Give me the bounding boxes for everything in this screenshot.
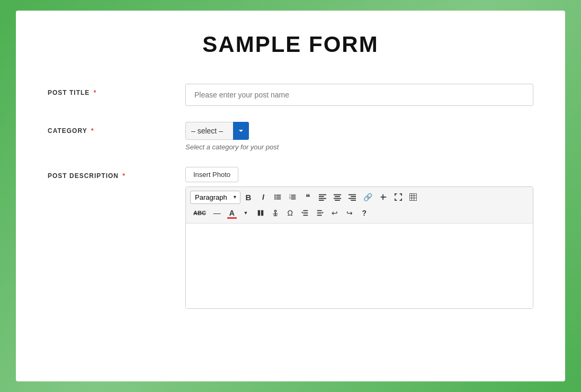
editor-content[interactable] (186, 224, 533, 308)
unordered-list-icon (274, 193, 282, 201)
svg-rect-15 (319, 200, 324, 201)
category-label: CATEGORY * (48, 122, 185, 135)
svg-rect-39 (303, 215, 308, 216)
font-color-arrow-button[interactable]: ▼ (239, 206, 253, 220)
svg-rect-12 (319, 194, 326, 195)
svg-rect-32 (261, 210, 263, 216)
anchor-icon (272, 209, 279, 217)
required-asterisk: * (120, 172, 126, 180)
toolbar-row-2: ABC — A ▼ Ω (190, 206, 529, 220)
indent-button[interactable] (313, 206, 327, 220)
fullscreen-button[interactable] (391, 190, 405, 204)
category-row: CATEGORY * – select – Select a category … (48, 122, 533, 151)
select-arrow-button[interactable] (233, 122, 249, 140)
font-color-button[interactable]: A (225, 206, 239, 220)
svg-rect-42 (317, 212, 322, 213)
unlink-icon (380, 193, 387, 201)
svg-rect-18 (334, 198, 341, 199)
toolbar-row-1: Paragraph B I 123 ❝ (190, 190, 529, 204)
svg-rect-31 (258, 210, 260, 216)
bold-button[interactable]: B (242, 190, 255, 204)
svg-point-33 (274, 210, 276, 212)
unordered-list-button[interactable] (271, 190, 285, 204)
format-clear-icon (257, 209, 264, 217)
form-container: SAMPLE FORM POST TITLE * CATEGORY * – se… (16, 11, 565, 381)
blockquote-button[interactable]: ❝ (301, 190, 315, 204)
svg-rect-37 (303, 210, 308, 211)
svg-rect-1 (276, 197, 281, 198)
svg-rect-41 (317, 210, 322, 211)
post-title-input[interactable] (185, 84, 533, 106)
italic-button[interactable]: I (256, 190, 270, 204)
svg-rect-43 (317, 215, 322, 216)
align-right-icon (348, 193, 356, 201)
table-icon (409, 193, 417, 201)
align-left-button[interactable] (316, 190, 329, 204)
svg-point-4 (274, 197, 276, 198)
post-title-row: POST TITLE * (48, 84, 533, 106)
svg-text:3: 3 (289, 197, 291, 200)
category-hint: Select a category for your post (185, 143, 533, 151)
align-center-button[interactable] (330, 190, 344, 204)
required-asterisk: * (91, 89, 96, 96)
chevron-down-icon (238, 128, 244, 133)
table-button[interactable] (406, 190, 420, 204)
align-center-icon (334, 193, 341, 201)
svg-rect-14 (319, 198, 326, 199)
help-button[interactable]: ? (357, 206, 371, 220)
svg-rect-8 (291, 199, 296, 200)
svg-rect-0 (276, 195, 281, 196)
paragraph-select-wrapper: Paragraph (190, 191, 240, 204)
align-left-icon (319, 193, 326, 201)
ordered-list-button[interactable]: 123 (286, 190, 300, 204)
font-color-wrapper: A ▼ (225, 206, 253, 220)
svg-rect-17 (335, 196, 340, 197)
svg-rect-23 (351, 200, 356, 201)
post-title-label: POST TITLE * (48, 84, 185, 96)
anchor-button[interactable] (269, 206, 282, 220)
outdent-icon (301, 209, 309, 217)
svg-rect-21 (351, 196, 356, 197)
ordered-list-icon: 123 (289, 193, 297, 201)
category-select-wrapper: – select – (185, 122, 249, 140)
post-title-field (185, 84, 533, 106)
paragraph-select[interactable]: Paragraph (190, 191, 240, 204)
category-field: – select – Select a category for your po… (185, 122, 533, 151)
horizontal-rule-button[interactable]: — (210, 206, 224, 220)
format-clear-button[interactable] (254, 206, 267, 220)
align-right-button[interactable] (345, 190, 359, 204)
editor-wrapper: Paragraph B I 123 ❝ (185, 186, 533, 309)
redo-button[interactable]: ↪ (343, 206, 356, 220)
post-description-label: POST DESCRIPTION * (48, 167, 185, 180)
unlink-button[interactable] (377, 190, 390, 204)
fullscreen-icon (395, 193, 402, 201)
indent-icon (316, 209, 324, 217)
svg-rect-25 (382, 194, 383, 200)
svg-rect-7 (291, 197, 296, 198)
post-description-field: Insert Photo Paragraph B I (185, 167, 533, 309)
svg-rect-6 (291, 195, 296, 196)
svg-rect-16 (334, 194, 341, 195)
svg-marker-44 (322, 211, 324, 213)
insert-photo-button[interactable]: Insert Photo (185, 167, 238, 182)
post-description-row: POST DESCRIPTION * Insert Photo Paragrap… (48, 167, 533, 309)
svg-rect-38 (303, 212, 308, 213)
svg-point-5 (274, 198, 276, 200)
strikethrough-button[interactable]: ABC (190, 206, 209, 220)
svg-rect-22 (348, 198, 356, 199)
omega-button[interactable]: Ω (283, 206, 297, 220)
editor-toolbar: Paragraph B I 123 ❝ (186, 187, 533, 224)
svg-rect-13 (319, 196, 324, 197)
outdent-button[interactable] (298, 206, 312, 220)
required-asterisk: * (89, 127, 94, 135)
svg-rect-19 (335, 200, 340, 201)
page-title: SAMPLE FORM (48, 32, 533, 57)
svg-marker-40 (301, 211, 303, 213)
svg-rect-2 (276, 199, 281, 200)
svg-point-3 (274, 194, 276, 196)
svg-rect-26 (409, 193, 417, 201)
undo-button[interactable]: ↩ (328, 206, 342, 220)
svg-rect-20 (348, 194, 356, 195)
link-button[interactable]: 🔗 (360, 190, 376, 204)
